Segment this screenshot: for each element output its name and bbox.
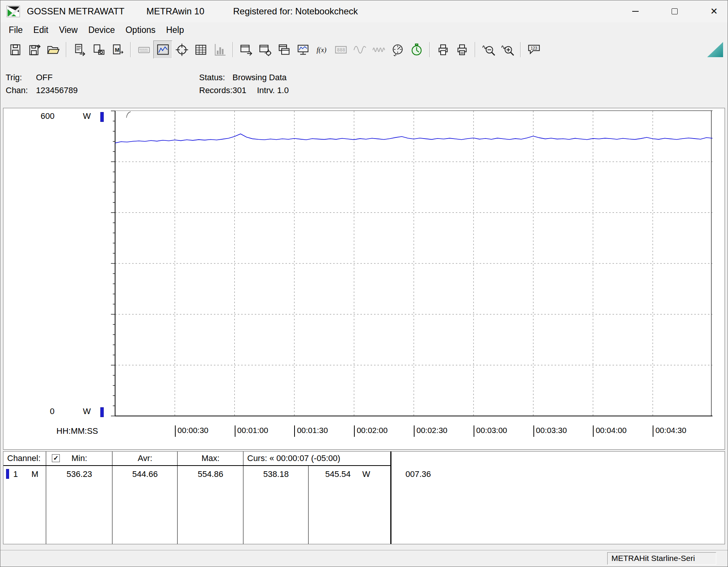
x-tick-label: 00:02:30 <box>414 425 447 437</box>
toolbar-separator <box>475 42 475 57</box>
open-file-button[interactable] <box>44 40 62 59</box>
x-tick-label: 00:03:00 <box>474 425 507 437</box>
table-column-divider <box>112 452 112 544</box>
analog-output-low-button[interactable] <box>350 40 369 59</box>
menu-help[interactable]: Help <box>161 23 189 37</box>
view-yt-chart-button[interactable] <box>153 40 172 59</box>
zoom-out-button[interactable] <box>479 40 498 59</box>
header-max: Max: <box>178 453 243 463</box>
metrawin-window: GOSSEN METRAWATT METRAwin 10 Registered … <box>0 0 728 567</box>
cursor-left-marker[interactable] <box>126 112 131 118</box>
channel1-axis-marker-bottom <box>100 407 104 417</box>
analog-output-high-button[interactable] <box>369 40 388 59</box>
new-recording-window-button[interactable] <box>237 40 256 59</box>
status-label: Status: <box>199 71 232 84</box>
virtual-keyboard-button[interactable] <box>134 40 153 59</box>
save-data-button[interactable] <box>6 40 25 59</box>
plot-wrap <box>109 111 713 419</box>
monitor-icon <box>296 43 310 56</box>
minimize-button[interactable] <box>622 0 649 22</box>
floppy-arrow-icon <box>28 43 41 56</box>
svg-text:888: 888 <box>337 47 345 53</box>
menu-device[interactable]: Device <box>83 23 120 37</box>
status-bar: METRAHit Starline-Seri <box>0 550 728 567</box>
window-settings-button[interactable] <box>256 40 274 59</box>
y-axis-min-unit: W <box>83 407 91 416</box>
fx-icon: f(x) <box>315 43 329 56</box>
timer-settings-button[interactable] <box>407 40 426 59</box>
folder-icon <box>47 43 60 56</box>
records-row: Records:301Intrv. 1.0 <box>199 84 289 97</box>
cell-max: 554.86 <box>178 469 243 479</box>
view-bargraph-button[interactable] <box>210 40 229 59</box>
records-label: Records: <box>199 84 232 97</box>
view-xy-chart-button[interactable] <box>172 40 191 59</box>
x-tick-label: 00:00:30 <box>175 425 209 437</box>
toolbar-corner-triangle-icon <box>707 42 723 57</box>
floppy-icon <box>9 43 22 56</box>
window-brand: GOSSEN METRAWATT <box>27 6 125 17</box>
export-memory-button[interactable]: M <box>108 40 127 59</box>
cell-channel-mode: M <box>31 469 38 479</box>
table-column-divider <box>308 466 309 544</box>
records-value: 301 <box>232 86 246 95</box>
window-cascade-button[interactable] <box>274 40 293 59</box>
toolbar: Mf(x)888123 <box>0 38 728 61</box>
clock-settings-button[interactable] <box>388 40 407 59</box>
cell-channel-number: 1 <box>13 469 18 479</box>
trigger-channel-info: Trig:OFF Chan:123456789 <box>6 71 78 97</box>
export-text-button[interactable] <box>70 40 89 59</box>
table-grid-icon <box>194 43 207 56</box>
doc-export-icon <box>73 43 86 56</box>
view-monitor-button[interactable] <box>293 40 312 59</box>
svg-text:f(x): f(x) <box>316 46 326 54</box>
title-bar: GOSSEN METRAWATT METRAwin 10 Registered … <box>0 0 728 22</box>
copy-data-button[interactable] <box>89 40 108 59</box>
y-axis-min-label: 0 <box>31 407 55 416</box>
window-arrow-icon <box>240 43 253 56</box>
table-column-divider-thick <box>390 452 391 544</box>
menu-options[interactable]: Options <box>120 23 161 37</box>
svg-text:123: 123 <box>530 46 537 50</box>
chart-bars-icon <box>213 43 226 56</box>
view-table-button[interactable] <box>191 40 210 59</box>
formula-fx-button[interactable]: f(x) <box>312 40 331 59</box>
channel1-color-marker <box>6 469 9 479</box>
header-avr: Avr: <box>113 453 177 463</box>
interval-label: Intrv. <box>257 86 275 95</box>
meter-clock-icon <box>391 43 404 56</box>
chan-value: 123456789 <box>36 86 78 95</box>
save-selection-button[interactable] <box>25 40 44 59</box>
annotations-button[interactable]: 123 <box>524 40 543 59</box>
cell-cursor-unit: W <box>362 469 370 479</box>
print-preview-button[interactable] <box>452 40 471 59</box>
channel-table: Channel: ✓ Min: Avr: Max: Curs: « 00:00:… <box>3 451 725 544</box>
device-memory-button[interactable]: 888 <box>331 40 350 59</box>
window-gear-icon <box>259 43 272 56</box>
zoom-in-button[interactable] <box>498 40 517 59</box>
menu-file[interactable]: File <box>3 23 28 37</box>
y-axis-max-unit: W <box>83 111 91 121</box>
window-cascade-icon <box>277 43 291 56</box>
device-status-box: METRAHit Starline-Seri <box>607 552 716 565</box>
keyboard-icon <box>137 43 151 56</box>
channel-row: Chan:123456789 <box>6 84 78 97</box>
wave-hi-icon <box>372 43 385 56</box>
cell-avr: 544.66 <box>113 469 177 479</box>
close-button[interactable]: ✕ <box>700 0 728 22</box>
header-min: Min: <box>47 453 112 463</box>
menu-view[interactable]: View <box>54 23 83 37</box>
toolbar-separator <box>66 42 67 57</box>
plot-area[interactable] <box>109 111 713 418</box>
print-button[interactable] <box>433 40 452 59</box>
channel1-axis-marker-top <box>100 112 104 122</box>
y-axis-max-label: 600 <box>31 111 55 121</box>
window-registered-for: Registered for: Notebookcheck <box>233 6 358 17</box>
cell-min: 536.23 <box>47 469 112 479</box>
maximize-button[interactable] <box>661 0 688 22</box>
menu-edit[interactable]: Edit <box>28 23 54 37</box>
note-123-icon: 123 <box>527 43 541 56</box>
printer-icon <box>436 43 450 56</box>
status-row: Status:Browsing Data <box>199 71 289 84</box>
interval-value: 1.0 <box>277 86 289 95</box>
